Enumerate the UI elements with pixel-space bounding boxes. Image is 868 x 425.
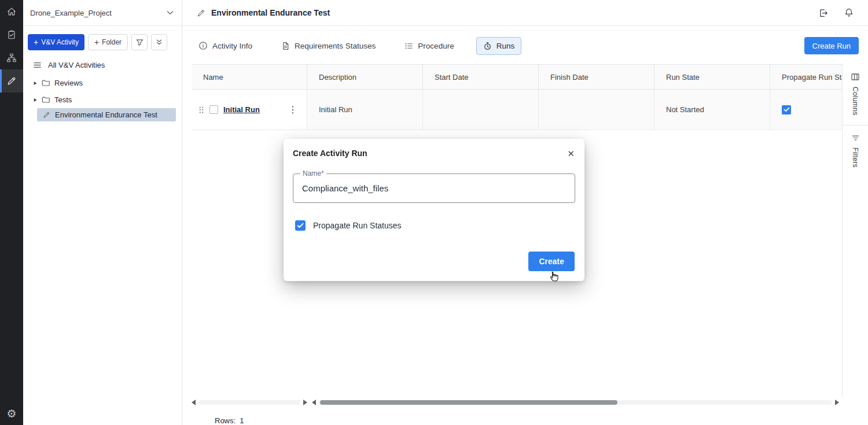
rail-spacer [0,93,23,402]
tabs-row: Activity Info Requirements Statuses Proc… [192,26,868,64]
filters-panel-tab[interactable]: Filters [851,134,860,168]
tab-label: Procedure [418,42,454,50]
cell-description: Initial Run [307,90,423,130]
name-field-value: Compliance_with_files [302,183,388,193]
create-activity-run-dialog: Create Activity Run ✕ Name* Compliance_w… [284,139,584,281]
project-name: Drone_Example_Project [30,9,112,17]
tree-item-label: Environmental Endurance Test [55,110,157,119]
home-icon[interactable] [0,0,23,23]
dialog-actions: Create [293,252,575,271]
add-vv-activity-button[interactable]: + V&V Activity [28,34,84,50]
chevron-down-icon [167,10,174,15]
cell-finish-date [539,90,654,130]
plus-icon: + [94,38,99,46]
dialog-title: Create Activity Run [293,149,367,158]
pencil-icon [43,111,50,119]
drag-handle-icon[interactable] [198,106,204,114]
vv-activities-icon[interactable] [0,69,23,93]
tab-procedure[interactable]: Procedure [398,37,461,55]
rows-count-label: Rows: [215,416,236,425]
column-header-start-date[interactable]: Start Date [423,65,539,89]
column-header-name[interactable]: Name [192,65,307,89]
plus-icon: + [34,38,38,46]
column-header-run-state[interactable]: Run State [654,65,770,89]
pinned-column-scrollbar[interactable] [192,398,307,407]
tree-item-reviews[interactable]: Reviews [23,75,182,91]
scroll-right-arrow-icon[interactable] [835,400,839,405]
notifications-bell-icon[interactable] [844,8,854,18]
add-folder-label: Folder [102,38,122,46]
scrollbar-thumb[interactable] [320,400,617,405]
cell-run-state: Not Started [654,90,770,130]
tab-runs[interactable]: Runs [476,37,522,55]
cell-propagate [770,90,842,130]
sidebar: Drone_Example_Project + V&V Activity + F… [23,0,182,425]
check-icon [297,223,304,228]
main-table-scrollbar[interactable] [312,398,839,407]
activity-tree: Reviews Tests Environmental Endurance Te… [23,75,182,121]
all-activities-label: All V&V Activities [48,61,105,69]
sidebar-toolbar: + V&V Activity + Folder [23,26,182,57]
propagate-checkbox-checked[interactable] [782,105,791,114]
expand-collapse-button[interactable] [151,34,167,50]
tree-item-label: Reviews [54,79,83,87]
name-field[interactable]: Name* Compliance_with_files [293,173,575,203]
settings-gear-icon[interactable]: ⚙ [0,402,23,425]
scrollbar-track[interactable] [319,400,832,405]
columns-panel-tab[interactable]: Columns [851,72,860,115]
side-panel-divider [843,125,868,125]
org-chart-icon[interactable] [0,46,23,69]
folder-icon [42,79,50,87]
row-menu-kebab-icon[interactable]: ⋮ [286,105,300,114]
create-button[interactable]: Create [528,252,575,271]
gear-glyph: ⚙ [6,408,16,419]
propagate-checkbox-row: Propagate Run Statuses [295,220,575,231]
tab-activity-info[interactable]: Activity Info [192,36,259,55]
caret-right-icon[interactable] [33,98,38,102]
filters-panel-label: Filters [851,147,859,168]
tree-item-label: Tests [54,95,72,104]
caret-right-icon[interactable] [33,81,38,86]
propagate-checkbox-label: Propagate Run Statuses [313,221,402,230]
columns-grid-icon [851,72,860,82]
run-name-link[interactable]: Initial Run [223,105,260,114]
document-icon [281,42,290,50]
rows-count-bar: Rows:1 [192,407,868,425]
add-folder-button[interactable]: + Folder [88,34,128,50]
page-title: Environmental Endurance Test [211,8,330,17]
funnel-icon [135,38,144,47]
pencil-icon [197,9,205,17]
column-header-description[interactable]: Description [307,65,423,89]
tab-requirements-statuses[interactable]: Requirements Statuses [274,37,382,55]
close-icon[interactable]: ✕ [567,149,575,158]
scroll-right-arrow-icon[interactable] [303,400,307,405]
dialog-header: Create Activity Run ✕ [284,139,584,158]
filter-button[interactable] [131,34,148,50]
table-header-row: Name Description Start Date Finish Date … [192,64,842,90]
tree-item-environmental-endurance-test[interactable]: Environmental Endurance Test [37,108,176,121]
cell-start-date [423,90,539,130]
scroll-left-arrow-icon[interactable] [192,400,196,405]
column-header-finish-date[interactable]: Finish Date [539,65,654,89]
stopwatch-icon [483,42,492,50]
add-vv-activity-label: V&V Activity [41,38,79,46]
scrollbar-track[interactable] [198,400,300,405]
columns-panel-label: Columns [851,87,859,115]
filter-lines-icon [851,134,860,142]
project-selector[interactable]: Drone_Example_Project [23,0,182,26]
row-checkbox[interactable] [209,105,218,114]
export-icon[interactable] [818,8,829,19]
propagate-run-statuses-checkbox[interactable] [295,220,306,231]
tree-item-tests[interactable]: Tests [23,91,182,108]
scroll-left-arrow-icon[interactable] [312,400,316,405]
all-activities-item[interactable]: All V&V Activities [23,57,182,75]
topbar: Environmental Endurance Test [182,0,868,26]
list-icon [33,61,42,69]
create-run-button[interactable]: Create Run [804,37,859,54]
name-field-label: Name* [300,169,326,178]
column-header-propagate[interactable]: Propagate Run Statuses [770,65,842,89]
folder-icon [42,95,50,104]
icon-rail: ⚙ [0,0,23,425]
checklist-icon[interactable] [0,23,23,46]
cell-name: Initial Run ⋮ [192,90,307,130]
